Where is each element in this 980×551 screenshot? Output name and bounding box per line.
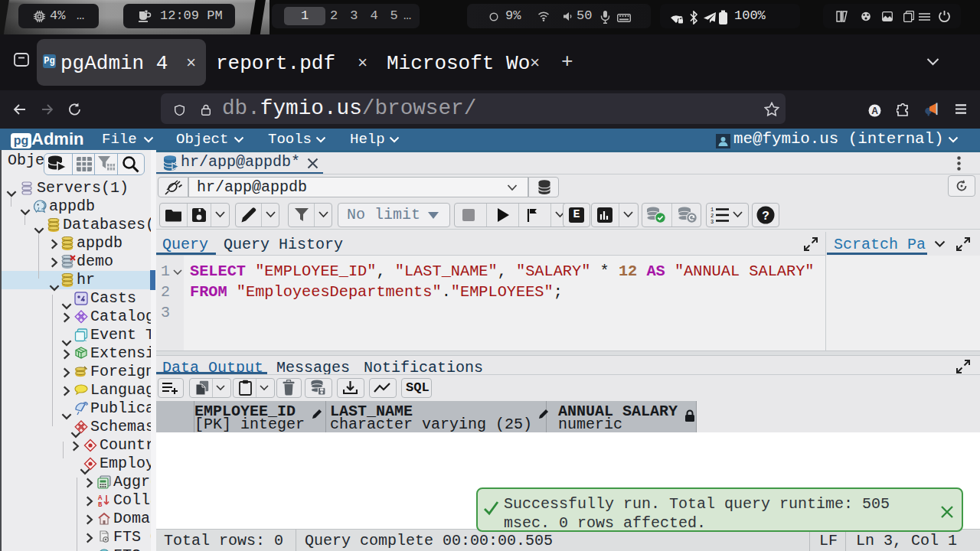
svg-text:A: A — [871, 106, 878, 116]
svg-text:1: 1 — [710, 207, 714, 213]
svg-text:B: B — [98, 501, 103, 507]
svg-text:3: 3 — [710, 219, 714, 223]
svg-text:2: 2 — [710, 213, 714, 219]
svg-text:?: ? — [762, 210, 769, 223]
